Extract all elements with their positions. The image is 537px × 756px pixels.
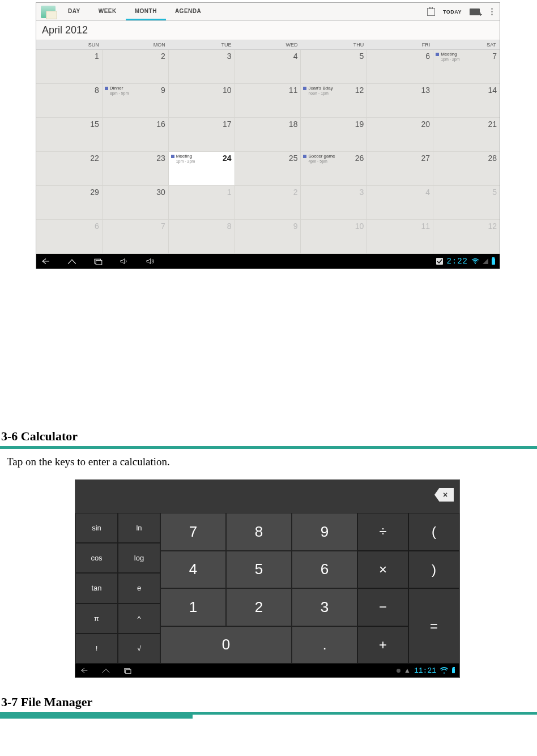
calendar-cell[interactable]: 3: [169, 50, 235, 84]
tab-day[interactable]: DAY: [59, 3, 90, 20]
digit-8-button[interactable]: 8: [226, 513, 292, 551]
home-icon[interactable]: [101, 667, 110, 674]
calendar-cell[interactable]: 20: [367, 118, 433, 152]
calendar-cell[interactable]: 15: [36, 118, 103, 152]
digit-2-button[interactable]: 2: [226, 588, 292, 626]
calendar-cell[interactable]: 7: [103, 220, 169, 254]
calendar-cell[interactable]: 10: [169, 84, 235, 118]
back-icon[interactable]: [41, 257, 51, 265]
calendar-cell[interactable]: 2: [103, 50, 169, 84]
digit-4-button[interactable]: 4: [160, 551, 226, 589]
today-button[interactable]: TODAY: [443, 9, 462, 15]
calculator-display[interactable]: ×: [75, 480, 459, 513]
calendar-cell[interactable]: 5: [433, 186, 500, 220]
digit-3-button[interactable]: 3: [292, 588, 357, 626]
calendar-cell[interactable]: 8: [169, 220, 235, 254]
fn-x-button[interactable]: !: [75, 634, 118, 664]
calendar-cell[interactable]: 27: [367, 152, 433, 186]
digit-7-button[interactable]: 7: [160, 513, 226, 551]
calendar-event[interactable]: Meeting1pm - 2pm: [436, 52, 459, 61]
month-title[interactable]: April 2012: [36, 21, 500, 40]
date-number: 27: [421, 154, 431, 163]
fn-log-button[interactable]: log: [118, 543, 160, 573]
volume-up-icon[interactable]: [145, 257, 155, 265]
digit-5-button[interactable]: 5: [226, 551, 292, 589]
calendar-cell[interactable]: 18: [235, 118, 301, 152]
date-number: 10: [355, 222, 364, 231]
calendar-event[interactable]: Meeting1pm - 2pm: [171, 154, 195, 163]
calendar-cell[interactable]: 1: [169, 186, 235, 220]
fn-e-button[interactable]: e: [118, 573, 160, 603]
calendar-cell[interactable]: 4: [367, 186, 433, 220]
day-header: WED: [235, 40, 301, 49]
calendar-cell[interactable]: 8: [36, 84, 103, 118]
fn-sin-button[interactable]: sin: [75, 513, 118, 543]
tab-month[interactable]: MONTH: [126, 3, 166, 20]
divide-button[interactable]: ÷: [357, 513, 408, 551]
lparen-button[interactable]: (: [408, 513, 459, 551]
calendar-cell[interactable]: 23: [103, 152, 169, 186]
calendar-cell[interactable]: 29: [36, 186, 103, 220]
calendar-cell[interactable]: 9: [235, 220, 301, 254]
calendar-cell[interactable]: 7Meeting1pm - 2pm: [433, 50, 500, 84]
overflow-menu-icon[interactable]: [488, 8, 496, 15]
section-heading-calculator: 3-6 Calculator: [1, 429, 537, 444]
calendar-cell[interactable]: 30: [103, 186, 169, 220]
volume-down-icon[interactable]: [119, 257, 129, 265]
tab-agenda[interactable]: AGENDA: [166, 3, 210, 20]
fn-cos-button[interactable]: cos: [75, 543, 118, 573]
fn-x-button[interactable]: √: [118, 634, 160, 664]
new-event-icon[interactable]: [470, 9, 480, 15]
date-number: 5: [492, 188, 497, 197]
back-icon[interactable]: [80, 667, 89, 674]
tab-week[interactable]: WEEK: [90, 3, 126, 20]
calendar-cell[interactable]: 11: [235, 84, 301, 118]
calendar-cell[interactable]: 9Dinner8pm - 9pm: [103, 84, 169, 118]
fn-x-button[interactable]: ^: [118, 604, 160, 634]
calendar-cell[interactable]: 16: [103, 118, 169, 152]
calendar-cell[interactable]: 13: [367, 84, 433, 118]
fn-x-button[interactable]: π: [75, 604, 118, 634]
calendar-cell[interactable]: 4: [235, 50, 301, 84]
calendar-cell[interactable]: 28: [433, 152, 500, 186]
calendar-event[interactable]: Soccer game4pm - 5pm: [303, 154, 335, 163]
date-number: 21: [488, 120, 497, 129]
calendar-cell[interactable]: 12: [433, 220, 500, 254]
calendar-cell[interactable]: 12Joan's Bdaynoon - 1pm: [301, 84, 367, 118]
today-icon[interactable]: [427, 8, 435, 16]
calendar-cell[interactable]: 22: [36, 152, 103, 186]
calendar-event[interactable]: Joan's Bdaynoon - 1pm: [303, 86, 333, 95]
calendar-cell[interactable]: 21: [433, 118, 500, 152]
calendar-cell[interactable]: 6: [36, 220, 103, 254]
calendar-cell[interactable]: 1: [36, 50, 103, 84]
recent-apps-icon[interactable]: [93, 257, 103, 265]
multiply-button[interactable]: ×: [357, 551, 408, 589]
calendar-cell[interactable]: 10: [301, 220, 367, 254]
subtract-button[interactable]: −: [357, 588, 408, 626]
home-icon[interactable]: [67, 257, 77, 265]
digit-0-button[interactable]: 0: [160, 626, 292, 664]
digit-1-button[interactable]: 1: [160, 588, 226, 626]
calendar-cell[interactable]: 19: [301, 118, 367, 152]
calendar-cell[interactable]: 3: [301, 186, 367, 220]
calendar-cell[interactable]: 5: [301, 50, 367, 84]
calendar-cell[interactable]: 14: [433, 84, 500, 118]
calendar-cell[interactable]: 26Soccer game4pm - 5pm: [301, 152, 367, 186]
calendar-cell[interactable]: 11: [367, 220, 433, 254]
add-button[interactable]: +: [357, 626, 408, 664]
calendar-event[interactable]: Dinner8pm - 9pm: [105, 86, 129, 95]
calendar-cell[interactable]: 17: [169, 118, 235, 152]
calendar-cell[interactable]: 25: [235, 152, 301, 186]
decimal-button[interactable]: .: [292, 626, 357, 664]
recent-apps-icon[interactable]: [123, 667, 132, 674]
fn-tan-button[interactable]: tan: [75, 573, 118, 603]
equals-button[interactable]: =: [408, 588, 459, 664]
calendar-cell[interactable]: 2: [235, 186, 301, 220]
calendar-cell[interactable]: 24Meeting1pm - 2pm: [169, 152, 235, 186]
fn-ln-button[interactable]: ln: [118, 513, 160, 543]
calendar-cell[interactable]: 6: [367, 50, 433, 84]
rparen-button[interactable]: ): [408, 551, 459, 589]
digit-6-button[interactable]: 6: [292, 551, 357, 589]
backspace-button[interactable]: ×: [434, 488, 454, 502]
digit-9-button[interactable]: 9: [292, 513, 357, 551]
